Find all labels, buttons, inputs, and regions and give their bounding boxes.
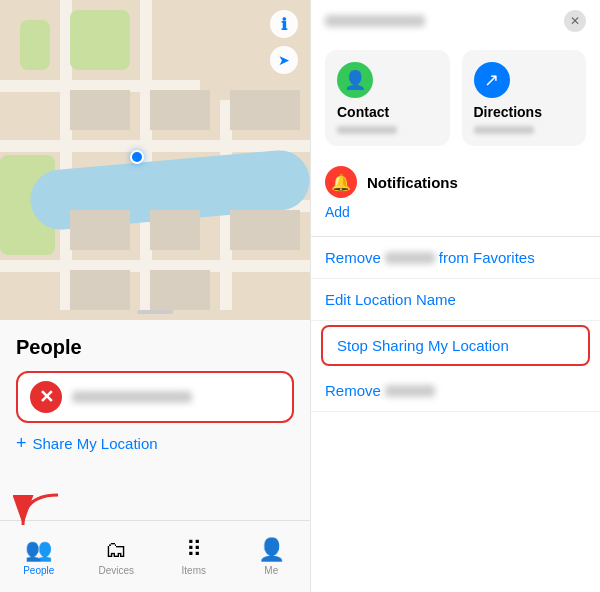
map-location-dot <box>130 150 144 164</box>
directions-card[interactable]: ↗ Directions <box>462 50 587 146</box>
map-block <box>150 270 210 310</box>
contact-sublabel <box>337 126 397 134</box>
contact-card[interactable]: 👤 Contact <box>325 50 450 146</box>
contact-label: Contact <box>337 104 389 120</box>
add-notification-button[interactable]: Add <box>325 202 586 228</box>
panel-header: ✕ <box>311 0 600 38</box>
arrow-indicator <box>8 490 68 544</box>
action-row: 👤 Contact ↗ Directions <box>311 38 600 158</box>
map-drag-handle[interactable] <box>137 310 173 314</box>
map-info-icon[interactable]: ℹ <box>270 10 298 38</box>
map-block <box>70 270 130 310</box>
map-block <box>150 210 200 250</box>
notifications-label: Notifications <box>367 174 458 191</box>
stop-sharing-label: Stop Sharing My Location <box>337 337 509 354</box>
map-area: ℹ ➤ <box>0 0 310 320</box>
remove-button[interactable]: Remove <box>311 370 600 412</box>
right-panel: ✕ 👤 Contact ↗ Directions 🔔 Notifications… <box>310 0 600 592</box>
map-compass-icon[interactable]: ➤ <box>270 46 298 74</box>
me-tab-icon: 👤 <box>258 537 285 563</box>
directions-sublabel <box>474 126 534 134</box>
items-tab-icon: ⠿ <box>186 537 202 563</box>
me-tab-label: Me <box>264 565 278 576</box>
share-location-label: Share My Location <box>33 435 158 452</box>
map-block <box>70 90 130 130</box>
close-icon: ✕ <box>570 14 580 28</box>
tab-items[interactable]: ⠿ Items <box>164 537 224 576</box>
tab-me[interactable]: 👤 Me <box>241 537 301 576</box>
devices-tab-icon: 🗂 <box>105 537 127 563</box>
people-title: People <box>16 336 294 359</box>
map-green-area <box>20 20 50 70</box>
contact-name <box>325 15 425 27</box>
remove-text: Remove <box>325 382 381 399</box>
items-tab-label: Items <box>182 565 206 576</box>
left-panel: ℹ ➤ People ✕ + Share My Location 👥 Peopl… <box>0 0 310 592</box>
map-block <box>230 90 300 130</box>
close-button[interactable]: ✕ <box>564 10 586 32</box>
from-favorites-text: from Favorites <box>439 249 535 266</box>
contact-icon: 👤 <box>337 62 373 98</box>
directions-icon: ↗ <box>474 62 510 98</box>
map-background: ℹ ➤ <box>0 0 310 320</box>
name-blur-favorites <box>385 252 435 264</box>
notifications-section: 🔔 Notifications Add <box>311 158 600 232</box>
share-plus-icon: + <box>16 433 27 454</box>
directions-label: Directions <box>474 104 542 120</box>
person-avatar: ✕ <box>30 381 62 413</box>
stop-sharing-location-button[interactable]: Stop Sharing My Location <box>321 325 590 366</box>
edit-location-label: Edit Location Name <box>325 291 456 308</box>
menu-section: Remove from Favorites Edit Location Name… <box>311 236 600 412</box>
name-blur-remove <box>385 385 435 397</box>
notifications-icon: 🔔 <box>325 166 357 198</box>
map-green-area <box>70 10 130 70</box>
edit-location-name-button[interactable]: Edit Location Name <box>311 279 600 321</box>
remove-favorites-text: Remove <box>325 249 381 266</box>
devices-tab-label: Devices <box>98 565 134 576</box>
map-road <box>0 140 310 152</box>
tab-devices[interactable]: 🗂 Devices <box>86 537 146 576</box>
share-location-button[interactable]: + Share My Location <box>16 433 294 454</box>
map-block <box>70 210 130 250</box>
map-block <box>150 90 210 130</box>
map-block <box>230 210 300 250</box>
remove-from-favorites-button[interactable]: Remove from Favorites <box>311 237 600 279</box>
person-item[interactable]: ✕ <box>16 371 294 423</box>
person-name <box>72 391 192 403</box>
people-tab-label: People <box>23 565 54 576</box>
notifications-row: 🔔 Notifications <box>325 166 586 198</box>
